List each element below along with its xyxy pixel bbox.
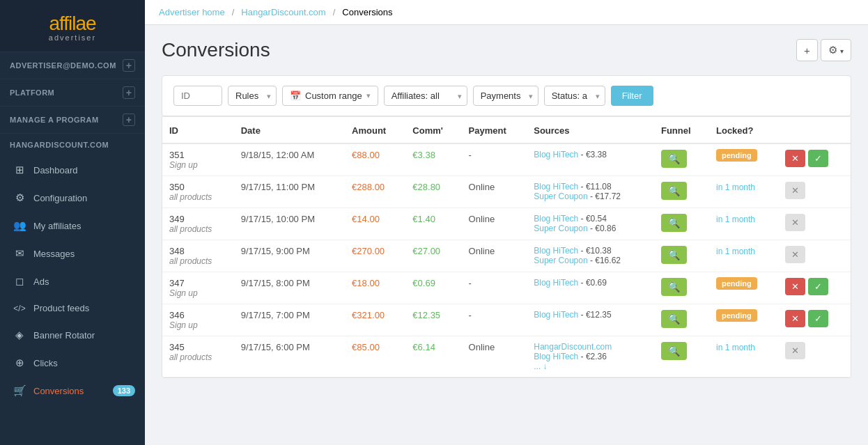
payments-select[interactable]: Payments bbox=[473, 86, 538, 106]
source-link[interactable]: Blog HiTech bbox=[534, 150, 578, 159]
reject-button[interactable]: ✕ bbox=[785, 310, 805, 327]
reject-button[interactable]: ✕ bbox=[785, 182, 805, 199]
cell-amount: €85.00 bbox=[345, 336, 405, 377]
cell-amount: €321.00 bbox=[345, 304, 405, 336]
funnel-search-button[interactable]: 🔍 bbox=[661, 214, 687, 232]
cell-id: 345 all products bbox=[162, 336, 234, 377]
down-arrow-icon: ↓ bbox=[543, 361, 548, 371]
lock-date-link[interactable]: in 1 month bbox=[716, 214, 755, 224]
funnel-search-button[interactable]: 🔍 bbox=[661, 150, 687, 168]
reject-button[interactable]: ✕ bbox=[785, 246, 805, 263]
approve-button[interactable]: ✓ bbox=[808, 310, 828, 327]
source-link[interactable]: Blog HiTech bbox=[534, 246, 578, 256]
sidebar-section-add-platform[interactable]: + bbox=[123, 86, 135, 99]
source-link[interactable]: Super Coupon bbox=[534, 192, 587, 201]
sidebar-section-manage[interactable]: MANAGE A PROGRAM + bbox=[0, 106, 145, 133]
table-row: 346 Sign up 9/17/15, 7:00 PM €321.00 €12… bbox=[162, 304, 851, 336]
messages-icon: ✉ bbox=[13, 247, 26, 260]
cell-locked: in 1 month bbox=[709, 208, 778, 240]
table-row: 349 all products 9/17/15, 10:00 PM €14.0… bbox=[162, 208, 851, 240]
breadcrumb-site[interactable]: HangarDiscount.com bbox=[241, 7, 325, 17]
pending-badge: pending bbox=[716, 277, 757, 290]
funnel-search-button[interactable]: 🔍 bbox=[661, 278, 687, 296]
source-link[interactable]: Blog HiTech bbox=[534, 310, 578, 320]
conversions-icon: 🛒 bbox=[13, 384, 26, 397]
source-link[interactable]: Blog HiTech bbox=[534, 278, 578, 288]
settings-button[interactable]: ⚙ ▾ bbox=[821, 39, 851, 61]
source-link[interactable]: Blog HiTech bbox=[534, 352, 578, 361]
cell-date: 9/17/15, 9:00 PM bbox=[234, 240, 345, 272]
affiliates-select[interactable]: Affiliates: all bbox=[384, 86, 467, 106]
settings-icon: ⚙ bbox=[828, 44, 837, 56]
funnel-search-button[interactable]: 🔍 bbox=[661, 246, 687, 264]
funnel-search-button[interactable]: 🔍 bbox=[661, 182, 687, 200]
cell-date: 9/17/15, 7:00 PM bbox=[234, 304, 345, 336]
table-row: 351 Sign up 9/18/15, 12:00 AM €88.00 €3.… bbox=[162, 143, 851, 176]
cell-comm: €1.40 bbox=[405, 208, 461, 240]
cell-locked: pending bbox=[709, 272, 778, 304]
reject-button[interactable]: ✕ bbox=[785, 278, 805, 295]
col-id: ID bbox=[162, 117, 234, 143]
sidebar-item-configuration[interactable]: ⚙ Configuration bbox=[0, 184, 145, 212]
lock-date-link[interactable]: in 1 month bbox=[716, 247, 755, 256]
sidebar-section-site[interactable]: HANGARDISCOUNT.COM bbox=[0, 133, 145, 156]
cell-sources: Blog HiTech - €12.35 bbox=[527, 304, 654, 336]
source-link[interactable]: Super Coupon bbox=[534, 256, 587, 265]
sidebar-item-dashboard[interactable]: ⊞ Dashboard bbox=[0, 156, 145, 184]
sidebar-section-platform[interactable]: PLATFORM + bbox=[0, 79, 145, 106]
col-date: Date bbox=[234, 117, 345, 143]
funnel-search-button[interactable]: 🔍 bbox=[661, 310, 687, 328]
funnel-search-button[interactable]: 🔍 bbox=[661, 342, 687, 360]
cell-payment: - bbox=[462, 272, 527, 304]
approve-button[interactable]: ✓ bbox=[808, 150, 828, 167]
reject-button[interactable]: ✕ bbox=[785, 214, 805, 231]
sidebar-item-affiliates[interactable]: 👥 My affiliates bbox=[0, 212, 145, 240]
source-link[interactable]: Blog HiTech bbox=[534, 214, 578, 224]
cell-actions: ✕ ✓ bbox=[778, 304, 851, 336]
cell-actions: ✕ bbox=[778, 176, 851, 208]
add-button[interactable]: + bbox=[796, 39, 818, 61]
page-content: Conversions + ⚙ ▾ Rules 📅 Custom range bbox=[145, 25, 868, 445]
sidebar-logo: affilae advertiser bbox=[0, 0, 145, 52]
page-header: Conversions + ⚙ ▾ bbox=[162, 39, 851, 61]
cell-payment: - bbox=[462, 304, 527, 336]
filter-button[interactable]: Filter bbox=[611, 86, 653, 106]
banner-rotator-icon: ◈ bbox=[13, 329, 26, 341]
cell-payment: Online bbox=[462, 176, 527, 208]
sidebar-item-conversions[interactable]: 🛒 Conversions 133 bbox=[0, 377, 145, 405]
sidebar-item-ads[interactable]: ◻ Ads bbox=[0, 267, 145, 295]
breadcrumb-advertiser-home[interactable]: Advertiser home bbox=[159, 7, 225, 17]
sidebar-item-banner-rotator[interactable]: ◈ Banner Rotator bbox=[0, 321, 145, 349]
sidebar-item-clicks[interactable]: ⊕ Clicks bbox=[0, 349, 145, 377]
sidebar-item-product-feeds[interactable]: </> Product feeds bbox=[0, 295, 145, 321]
col-comm: Comm' bbox=[405, 117, 461, 143]
reject-button[interactable]: ✕ bbox=[785, 150, 805, 167]
status-select[interactable]: Status: a bbox=[544, 86, 605, 106]
lock-date-link[interactable]: in 1 month bbox=[716, 343, 755, 352]
sidebar: affilae advertiser ADVERTISER@DEMO.COM +… bbox=[0, 0, 145, 445]
sidebar-item-messages[interactable]: ✉ Messages bbox=[0, 240, 145, 267]
cell-payment: - bbox=[462, 143, 527, 176]
conversions-table: ID Date Amount Comm' Payment Sources Fun… bbox=[162, 117, 851, 377]
source-link[interactable]: HangarDiscount.com bbox=[534, 342, 612, 352]
conversions-badge: 133 bbox=[113, 385, 135, 396]
reject-button[interactable]: ✕ bbox=[785, 342, 805, 359]
sidebar-section-account[interactable]: ADVERTISER@DEMO.COM + bbox=[0, 52, 145, 79]
cell-actions: ✕ bbox=[778, 208, 851, 240]
more-sources-link[interactable]: ... ↓ bbox=[534, 361, 547, 371]
rules-select[interactable]: Rules bbox=[228, 86, 277, 106]
cell-actions: ✕ bbox=[778, 240, 851, 272]
sidebar-section-add-manage[interactable]: + bbox=[123, 114, 135, 126]
lock-date-link[interactable]: in 1 month bbox=[716, 182, 755, 192]
date-range-button[interactable]: 📅 Custom range bbox=[282, 86, 378, 106]
affiliates-select-wrap: Affiliates: all bbox=[384, 86, 467, 106]
source-link[interactable]: Super Coupon bbox=[534, 224, 587, 233]
cell-sources: Blog HiTech - €0.54 Super Coupon - €0.86 bbox=[527, 208, 654, 240]
logo-accent: ae bbox=[75, 13, 95, 34]
payments-select-wrap: Payments bbox=[473, 86, 538, 106]
approve-button[interactable]: ✓ bbox=[808, 278, 828, 295]
source-link[interactable]: Blog HiTech bbox=[534, 182, 578, 192]
cell-id: 346 Sign up bbox=[162, 304, 234, 336]
sidebar-section-add-account[interactable]: + bbox=[123, 59, 135, 72]
id-filter-input[interactable] bbox=[173, 86, 222, 106]
